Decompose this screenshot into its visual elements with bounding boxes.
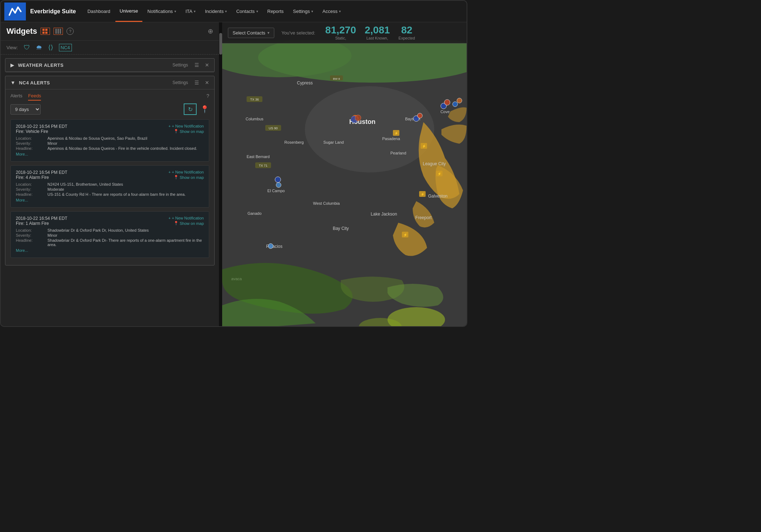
weather-close-icon[interactable]: ✕ [205,62,209,68]
alert-actions-2: + + New Notification 📍 Show on map [169,170,204,180]
svg-text:⚡: ⚡ [394,131,399,135]
widgets-title: Widgets [6,27,37,36]
nc4-help-icon[interactable]: ? [206,93,209,101]
alert-card-2: 2018-10-22 16:54 PM EDT Fire: 4 Alarm Fi… [10,165,209,208]
weather-menu-icon[interactable]: ☰ [194,62,199,68]
nc4-settings-label[interactable]: Settings [173,80,188,85]
show-on-map-link-3[interactable]: 📍 Show on map [174,221,204,226]
alert-type-3: Fire: 1 Alarm Fire [16,221,67,226]
nav-incidents[interactable]: Incidents ▾ [201,1,231,22]
cloud-rain-icon[interactable]: 🌧 [36,44,42,51]
more-link-1[interactable]: More... [16,152,28,156]
svg-text:El Campo: El Campo [267,189,285,193]
scroll-track[interactable] [219,22,222,326]
nc4-alerts-title: NC4 ALERTS [19,80,169,85]
alert-detail-3: Location: Shadowbriar Dr & Oxford Park D… [16,228,204,247]
nav-access[interactable]: Access ▾ [318,1,345,22]
new-notification-link-3[interactable]: + + New Notification [169,216,204,220]
location-value-1: Apeninos & Nicolau de Sousa Queiros, Sao… [47,136,204,140]
svg-rect-5 [58,29,59,34]
youve-selected-label: You've selected: [281,30,315,36]
alert-actions-1: + + New Notification 📍 Show on map [169,124,204,134]
select-contacts-arrow: ▾ [267,31,270,35]
nav-notifications[interactable]: Notifications ▾ [143,1,180,22]
svg-text:Freeport: Freeport [415,215,432,220]
map-header: Select Contacts ▾ You've selected: 81,27… [222,22,467,43]
svg-text:Columbus: Columbus [246,117,263,121]
widgets-help-button[interactable]: ? [67,28,74,35]
nav-settings[interactable]: Settings ▾ [289,1,317,22]
shield-icon[interactable]: 🛡 [24,44,30,51]
svg-text:⚡: ⚡ [437,172,442,176]
show-on-map-link-1[interactable]: 📍 Show on map [174,129,204,134]
nc4-alerts-header[interactable]: ▼ NC4 ALERTS Settings ☰ ✕ [5,76,214,89]
more-link-2[interactable]: More... [16,198,28,202]
new-notification-link-1[interactable]: + + New Notification [169,124,204,128]
nc4-tab-alerts[interactable]: Alerts [10,93,22,101]
headline-label-1: Headline: [16,146,45,151]
svg-point-50 [457,98,462,103]
show-on-map-link-2[interactable]: 📍 Show on map [174,175,204,180]
nc4-menu-icon[interactable]: ☰ [194,80,199,85]
svg-text:⚡: ⚡ [422,144,426,148]
svg-rect-2 [42,32,45,34]
alert-card-header: 2018-10-22 16:54 PM EDT Fire: Vehicle Fi… [16,124,204,134]
nc4-alerts-section: ▼ NC4 ALERTS Settings ☰ ✕ Alerts Feeds ?… [5,76,215,265]
svg-text:BW 8: BW 8 [333,77,340,80]
svg-text:Ganado: Ganado [247,211,261,216]
widget-layout-1[interactable] [41,28,50,35]
stat-last-known: 2,081 Last Known, [365,25,390,40]
map-panel: Select Contacts ▾ You've selected: 81,27… [222,22,467,326]
widgets-settings-icon[interactable]: ⊕ [208,27,213,35]
svg-text:Galveston: Galveston [428,194,448,199]
nc4-tab-feeds[interactable]: Feeds [28,93,41,101]
nav-universe[interactable]: Universe [115,1,142,22]
map-stats: 81,270 Static, 2,081 Last Known, 82 Expe… [325,25,415,40]
location-pin-button[interactable]: 📍 [200,105,209,114]
alert-datetime-2: 2018-10-22 16:54 PM EDT [16,170,67,175]
refresh-button[interactable]: ↻ [184,103,197,115]
scroll-thumb[interactable] [219,33,222,55]
more-link-3[interactable]: More... [16,248,28,253]
alert-card-header-2: 2018-10-22 16:54 PM EDT Fire: 4 Alarm Fi… [16,170,204,180]
main-nav: Dashboard Universe Notifications ▾ ITA ▾… [83,1,345,22]
stat-expected: 82 Expected [399,25,415,40]
svg-text:Bay City: Bay City [333,226,349,231]
nav-contacts[interactable]: Contacts ▾ [232,1,262,22]
nav-reports[interactable]: Reports [263,1,288,22]
svg-point-63 [268,244,273,249]
weather-alerts-header[interactable]: ▶ WEATHER ALERTS Settings ☰ ✕ [5,59,214,72]
svg-rect-1 [45,29,47,31]
svg-text:East Bernard: East Bernard [247,154,270,159]
nav-dashboard[interactable]: Dashboard [83,1,115,22]
stat-expected-number: 82 [401,25,412,35]
severity-label-1: Severity: [16,141,45,145]
svg-text:Lake Jackson: Lake Jackson [371,212,397,217]
days-select[interactable]: 9 days 1 day 3 days 7 days 14 days 30 da… [10,104,41,115]
svg-point-61 [275,177,281,182]
alert-datetime-3: 2018-10-22 16:54 PM EDT [16,216,67,221]
alert-card-3: 2018-10-22 16:54 PM EDT Fire: 1 Alarm Fi… [10,211,209,258]
weather-alerts-title: WEATHER ALERTS [18,63,169,68]
svg-rect-6 [60,29,61,34]
svg-point-46 [417,113,422,118]
svg-text:West Columbia: West Columbia [313,201,340,205]
map-canvas[interactable]: TX 36 US 90 BW 8 TX 71 Cypress Columbus … [222,40,467,326]
new-notification-link-2[interactable]: + + New Notification [169,170,204,174]
svg-point-10 [305,86,434,172]
svg-point-62 [276,182,281,188]
incidents-arrow: ▾ [225,9,227,13]
weather-settings-label[interactable]: Settings [173,63,188,68]
svg-text:Pearland: Pearland [390,151,406,155]
svg-text:Rosenberg: Rosenberg [284,140,304,144]
svg-text:⚡: ⚡ [403,233,408,237]
headline-value-1: Apeninos & Nicolau de Sousa Queiros - Fi… [47,146,204,151]
nav-ita[interactable]: ITA ▾ [181,1,200,22]
select-contacts-button[interactable]: Select Contacts ▾ [228,28,274,38]
svg-text:Pasadena: Pasadena [382,137,400,141]
nc4-icon[interactable]: NC4 [59,44,72,51]
svg-text:League City: League City [423,161,446,166]
nc4-close-icon[interactable]: ✕ [205,80,209,85]
widget-layout-2[interactable] [54,28,63,35]
share-icon[interactable]: ⟨⟩ [48,43,53,51]
